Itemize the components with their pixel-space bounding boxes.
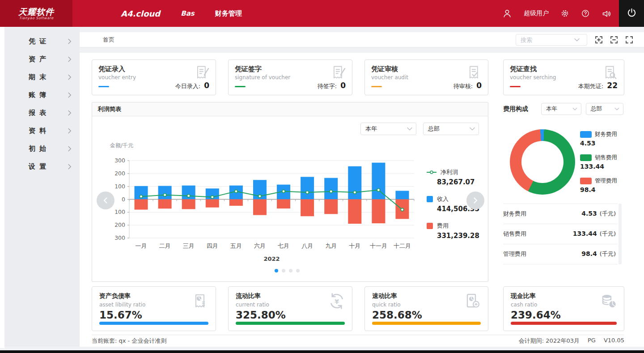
- voucher-card-stat: 待签字: 0: [318, 81, 346, 90]
- expense-row-value: 133.44: [573, 230, 597, 237]
- expense-table-row-2[interactable]: 管理费用98.4(千元): [503, 244, 618, 264]
- chevron-right-icon: [68, 92, 72, 98]
- help-icon[interactable]: [581, 9, 590, 18]
- sidebar-item-1[interactable]: 资 产: [4, 50, 80, 68]
- expense-legend-item-2[interactable]: 管理费用98.4: [580, 177, 625, 193]
- sidebar-item-4[interactable]: 报 表: [4, 104, 80, 122]
- ratio-card-0[interactable]: 资产负债率asset libility ratio15.67%: [92, 286, 216, 331]
- gear-icon[interactable]: [560, 9, 569, 18]
- sidebar-item-7[interactable]: 设 置: [4, 157, 80, 175]
- expense-legend-row: 财务费用: [580, 131, 625, 138]
- expense-row-right: 133.44(千元): [573, 230, 618, 238]
- svg-text:十一月: 十一月: [370, 242, 387, 249]
- svg-text:200: 200: [114, 221, 125, 228]
- nav-item-a4cloud[interactable]: A4.cloud: [121, 9, 160, 18]
- user-icon[interactable]: [502, 9, 512, 18]
- expense-legend-row: 管理费用: [580, 177, 625, 185]
- profit-panel-title: 利润简表: [92, 102, 488, 116]
- voucher-card-3[interactable]: 凭证查找voucher serching本期凭证: 22: [503, 60, 624, 95]
- carousel-dot-3[interactable]: [296, 269, 300, 272]
- ratio-card-2[interactable]: 速动比率quick ratio258.68%: [364, 286, 488, 331]
- stat-value: 0: [476, 81, 482, 90]
- carousel-next-button[interactable]: [466, 191, 484, 209]
- expense-table-row-0[interactable]: 财务费用4.53(千元): [503, 204, 618, 224]
- bar-费用: [301, 200, 314, 217]
- left-gutter: [0, 27, 4, 348]
- expense-table-scrollbar[interactable]: [619, 204, 622, 264]
- expense-row-unit: (千元): [600, 210, 616, 218]
- app-logo[interactable]: 天耀软件 Tianyao Software: [0, 0, 72, 27]
- expense-table-row-1[interactable]: 销售费用133.44(千元): [503, 224, 618, 244]
- profit-period-select[interactable]: 本年: [360, 123, 416, 135]
- expense-legend-value: 4.53: [580, 140, 625, 147]
- main-content: 凭证录入voucher entry今日录入: 0凭证签字signature of…: [80, 53, 644, 347]
- nav-item-bas[interactable]: Bas: [181, 9, 194, 17]
- tab-home[interactable]: 首页: [103, 32, 114, 47]
- sidebar-item-0[interactable]: 凭 证: [4, 32, 80, 50]
- remove-widget-icon[interactable]: [610, 36, 618, 44]
- card-coin-icon: [464, 292, 482, 310]
- receipt-search-icon: [602, 64, 619, 81]
- voucher-card-1[interactable]: 凭证签字signature of voucher待签字: 0: [228, 60, 352, 95]
- add-widget-icon[interactable]: [595, 36, 603, 44]
- sidebar-item-3[interactable]: 账 簿: [4, 86, 80, 104]
- bar-收入: [324, 178, 338, 200]
- nav-item-finance[interactable]: 财务管理: [215, 9, 242, 18]
- voucher-card-2[interactable]: 凭证审核voucher audit待审核: 0: [364, 60, 488, 95]
- status-footer: 当前账套: qx - 企业会计准则 会计期间: 2022年03月 PG V10.…: [92, 335, 624, 347]
- logo-subtitle: Tianyao Software: [19, 16, 53, 20]
- chevron-right-icon: [68, 110, 72, 116]
- profit-org-select[interactable]: 总部: [423, 123, 479, 135]
- stat-value: 0: [340, 81, 346, 90]
- expense-period-value: 本年: [546, 105, 572, 113]
- carousel-dot-2[interactable]: [289, 269, 292, 272]
- chevron-right-icon: [68, 164, 72, 170]
- accent-dash: [98, 86, 109, 87]
- profit-chart-svg: 3002001000100200300一月二月三月四月五月六月七月八月九月十月十…: [108, 147, 421, 270]
- ratio-card-value: 325.80%: [236, 309, 286, 321]
- sidebar-item-2[interactable]: 期 末: [4, 68, 80, 86]
- expense-legend-label: 财务费用: [595, 131, 617, 138]
- voucher-card-stat: 今日录入: 0: [175, 81, 209, 90]
- receipt-check-icon: [466, 64, 483, 81]
- expense-org-select[interactable]: 总部: [586, 103, 623, 115]
- ratio-card-3[interactable]: 现金比率cash ratio239.64%: [503, 286, 624, 331]
- voucher-card-subtitle: voucher audit: [371, 74, 408, 81]
- voucher-card-subtitle: voucher entry: [98, 74, 136, 81]
- bar-费用: [206, 200, 219, 208]
- expense-legend-value: 98.4: [580, 186, 625, 193]
- power-icon: [627, 8, 637, 20]
- ratio-card-1[interactable]: 流动比率current ratio325.80%¥: [228, 286, 352, 331]
- legend-item-0[interactable]: 净利润83,267.07: [427, 168, 485, 186]
- carousel-dot-1[interactable]: [282, 269, 285, 272]
- carousel-dots: [275, 269, 300, 272]
- expense-period-select[interactable]: 本年: [541, 103, 581, 115]
- expense-legend-item-1[interactable]: 销售费用133.44: [580, 154, 625, 170]
- profit-org-value: 总部: [428, 125, 470, 133]
- logout-power-button[interactable]: [619, 0, 644, 27]
- legend-item-2[interactable]: 费用331,239.28: [427, 222, 485, 240]
- carousel-prev-button[interactable]: [97, 191, 114, 209]
- svg-text:四月: 四月: [207, 242, 218, 249]
- bar-收入: [158, 186, 172, 200]
- voucher-card-0[interactable]: 凭证录入voucher entry今日录入: 0: [92, 60, 216, 95]
- chevron-down-icon: [574, 38, 580, 42]
- search-input[interactable]: [521, 37, 574, 43]
- ratio-card-value: 15.67%: [99, 309, 142, 321]
- voucher-card-title: 凭证录入: [98, 65, 125, 73]
- search-select[interactable]: [516, 34, 587, 46]
- expense-row-value: 4.53: [581, 210, 597, 217]
- expense-legend-row: 销售费用: [580, 154, 625, 162]
- sidebar-item-5[interactable]: 资 料: [4, 122, 80, 140]
- svg-text:十月: 十月: [349, 242, 360, 249]
- current-user-label[interactable]: 超级用户: [524, 9, 549, 17]
- carousel-dot-0[interactable]: [275, 269, 278, 272]
- sidebar-menu: 凭 证资 产期 末账 簿报 表资 料初 始设 置: [4, 28, 80, 347]
- logo-title: 天耀软件: [18, 7, 54, 16]
- bar-收入: [348, 166, 361, 200]
- expense-row-value: 98.4: [581, 250, 597, 257]
- announcement-icon[interactable]: [602, 9, 611, 18]
- sidebar-item-6[interactable]: 初 始: [4, 140, 80, 157]
- expense-legend-item-0[interactable]: 财务费用4.53: [580, 131, 625, 147]
- fullscreen-icon[interactable]: [625, 36, 633, 44]
